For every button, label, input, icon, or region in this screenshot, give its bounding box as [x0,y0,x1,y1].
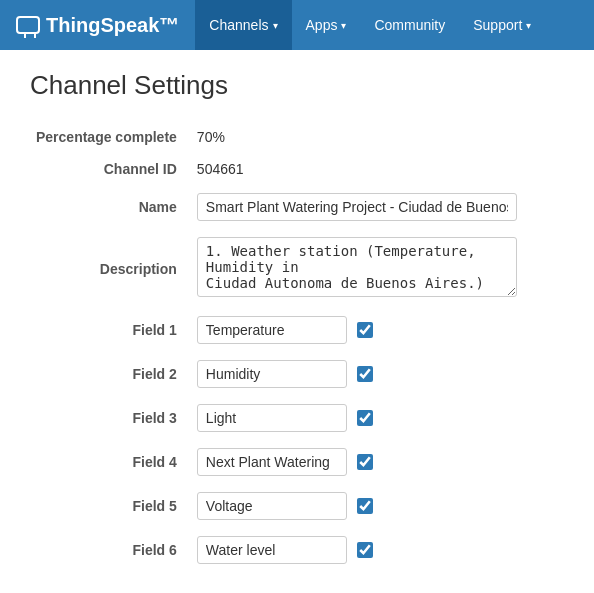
brand-icon [16,16,40,34]
checkbox-field1[interactable] [357,322,373,338]
label-description: Description [30,229,191,308]
brand-name: ThingSpeak™ [46,14,179,37]
input-field6[interactable] [197,536,347,564]
form-row-field1: Field 1 [30,308,564,352]
input-field1[interactable] [197,316,347,344]
field4-row [197,448,558,476]
form-row-percentage: Percentage complete 70% [30,121,564,153]
field5-row [197,492,558,520]
form-row-name: Name [30,185,564,229]
nav-item-support[interactable]: Support ▾ [459,0,545,50]
nav-community-label: Community [374,17,445,33]
nav-support-caret: ▾ [526,20,531,31]
form-row-field3: Field 3 [30,396,564,440]
input-field2[interactable] [197,360,347,388]
label-field5: Field 5 [30,484,191,528]
label-name: Name [30,185,191,229]
settings-form: Percentage complete 70% Channel ID 50466… [30,121,564,572]
checkbox-field3[interactable] [357,410,373,426]
form-row-field4: Field 4 [30,440,564,484]
nav-apps-caret: ▾ [341,20,346,31]
form-row-field5: Field 5 [30,484,564,528]
value-channel-id: 504661 [197,161,244,177]
description-wrapper: 1. Weather station (Temperature, Humidit… [197,237,517,297]
navbar: ThingSpeak™ Channels ▾ Apps ▾ Community … [0,0,594,50]
brand-logo[interactable]: ThingSpeak™ [0,0,195,50]
field2-row [197,360,558,388]
field3-row [197,404,558,432]
nav-apps-label: Apps [306,17,338,33]
label-field1: Field 1 [30,308,191,352]
label-field4: Field 4 [30,440,191,484]
checkbox-field6[interactable] [357,542,373,558]
page-title: Channel Settings [30,70,564,101]
input-field4[interactable] [197,448,347,476]
label-field6: Field 6 [30,528,191,572]
label-field3: Field 3 [30,396,191,440]
field1-row [197,316,558,344]
input-description[interactable]: 1. Weather station (Temperature, Humidit… [197,237,517,297]
form-row-channel-id: Channel ID 504661 [30,153,564,185]
input-field3[interactable] [197,404,347,432]
form-row-description: Description 1. Weather station (Temperat… [30,229,564,308]
nav-channels-label: Channels [209,17,268,33]
value-percentage: 70% [197,129,225,145]
nav-channels-caret: ▾ [273,20,278,31]
input-field5[interactable] [197,492,347,520]
label-field2: Field 2 [30,352,191,396]
input-name[interactable] [197,193,517,221]
form-row-field6: Field 6 [30,528,564,572]
nav-support-label: Support [473,17,522,33]
nav-item-channels[interactable]: Channels ▾ [195,0,291,50]
checkbox-field4[interactable] [357,454,373,470]
label-percentage: Percentage complete [30,121,191,153]
checkbox-field5[interactable] [357,498,373,514]
field6-row [197,536,558,564]
nav-item-apps[interactable]: Apps ▾ [292,0,361,50]
checkbox-field2[interactable] [357,366,373,382]
form-row-field2: Field 2 [30,352,564,396]
label-channel-id: Channel ID [30,153,191,185]
nav-item-community[interactable]: Community [360,0,459,50]
page-content: Channel Settings Percentage complete 70%… [0,50,594,593]
